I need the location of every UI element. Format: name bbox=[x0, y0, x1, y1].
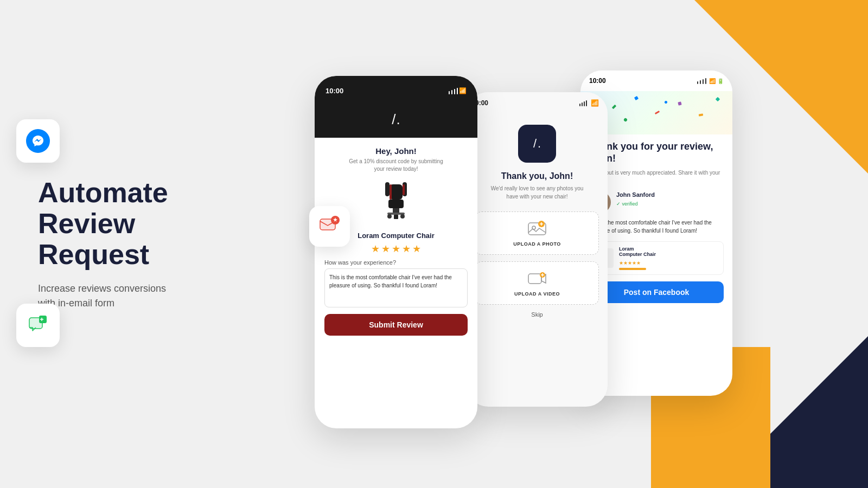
phone3-time: 10:00 bbox=[589, 77, 606, 85]
svg-rect-8 bbox=[394, 215, 398, 219]
phone2-content: / . Thank you, John! We'd really love to… bbox=[467, 114, 608, 329]
email-card bbox=[309, 206, 350, 247]
svg-point-7 bbox=[400, 214, 405, 219]
submit-review-button[interactable]: Submit Review bbox=[324, 314, 468, 336]
subtitle: Increase reviews conversionswith in-emai… bbox=[38, 281, 244, 311]
upload-photo-box[interactable]: UPLOAD A PHOTO bbox=[475, 211, 599, 255]
product-card-name: LoramComputer Chair bbox=[619, 246, 656, 257]
upload-video-box[interactable]: UPLOAD A VIDEO bbox=[475, 261, 599, 305]
review-text[interactable]: This is the most comfortable chair I've … bbox=[324, 268, 468, 307]
product-card: LoramComputer Chair ★★★★★ bbox=[589, 241, 724, 275]
left-section: Automate Review Request Increase reviews… bbox=[38, 177, 244, 311]
upload-photo-label: UPLOAD A PHOTO bbox=[483, 241, 591, 247]
phone1-logo: / . bbox=[315, 106, 477, 138]
phone3-notch: 10:00 📶 🔋 bbox=[580, 70, 732, 91]
main-title: Automate Review Request bbox=[38, 177, 244, 271]
phone1-notch: 10:00 📶 bbox=[315, 76, 477, 106]
post-facebook-button[interactable]: Post on Facebook bbox=[589, 281, 724, 303]
app-icon: / . bbox=[518, 125, 556, 163]
reviewer-info: John Sanford ✓ verified bbox=[616, 191, 655, 208]
sms-card bbox=[16, 304, 60, 347]
phone-review-form: 10:00 📶 / . Hey, John! Get a 10% discoun… bbox=[315, 76, 477, 428]
phone2-thankyou: Thank you, John! bbox=[475, 171, 599, 181]
phone1-time: 10:00 bbox=[326, 87, 343, 95]
upload-photo-icon bbox=[483, 220, 591, 239]
upload-video-label: UPLOAD A VIDEO bbox=[483, 291, 591, 297]
messenger-card bbox=[16, 119, 60, 163]
chair-image bbox=[372, 177, 420, 226]
svg-rect-14 bbox=[528, 274, 541, 284]
email-icon bbox=[319, 215, 341, 239]
experience-label: How was your experience? bbox=[324, 259, 468, 266]
phone2-notch: 9:00 📶 bbox=[467, 92, 608, 114]
upload-video-icon bbox=[483, 269, 591, 289]
svg-rect-1 bbox=[385, 182, 390, 196]
phones-area: 10:00 📶 / . Hey, John! Get a 10% discoun… bbox=[260, 33, 803, 477]
svg-point-6 bbox=[387, 214, 392, 219]
phone1-subgreeting: Get a 10% discount code by submittingyou… bbox=[324, 158, 468, 173]
reviewer-name: John Sanford bbox=[616, 191, 655, 198]
phone1-greeting: Hey, John! bbox=[324, 146, 468, 156]
phone-upload: 9:00 📶 / . Thank you, John! We'd really … bbox=[467, 92, 608, 407]
skip-button[interactable]: Skip bbox=[475, 311, 599, 318]
svg-rect-3 bbox=[388, 200, 404, 208]
messenger-icon bbox=[26, 129, 50, 153]
svg-rect-10 bbox=[403, 184, 405, 195]
product-card-info: LoramComputer Chair ★★★★★ bbox=[619, 246, 656, 270]
sms-icon bbox=[26, 313, 50, 337]
svg-rect-9 bbox=[390, 184, 392, 200]
phone2-msg: We'd really love to see any photos youha… bbox=[475, 184, 599, 201]
verified-badge: ✓ verified bbox=[616, 201, 638, 207]
